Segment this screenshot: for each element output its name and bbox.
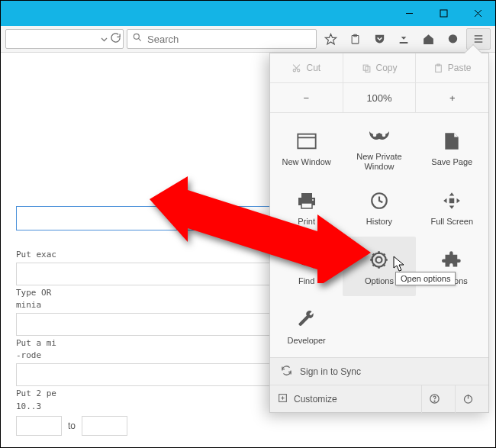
paste-label: Paste: [448, 63, 472, 73]
help-button[interactable]: [421, 385, 447, 413]
svg-point-22: [373, 134, 377, 137]
svg-point-38: [434, 401, 435, 401]
window-minimize-button[interactable]: [392, 1, 427, 26]
svg-marker-6: [325, 34, 336, 44]
page-icon: [443, 128, 460, 154]
content-hint: Type OR: [16, 288, 275, 298]
annotation-arrow: [150, 176, 371, 283]
svg-point-4: [134, 34, 139, 39]
new-private-window-button[interactable]: New Private Window: [343, 118, 415, 177]
customize-button[interactable]: Customize: [278, 393, 414, 405]
reload-icon[interactable]: [110, 32, 121, 47]
paste-button[interactable]: Paste: [415, 53, 488, 82]
browser-toolbar: [1, 26, 495, 53]
tooltip-text: Open options: [401, 274, 450, 283]
content-input-row[interactable]: [16, 313, 275, 336]
mask-icon: [368, 123, 391, 149]
sign-in-sync-button[interactable]: Sign in to Sync: [270, 357, 488, 385]
clock-icon: [369, 188, 389, 214]
svg-rect-29: [449, 198, 455, 203]
cut-label: Cut: [306, 63, 320, 73]
pocket-icon[interactable]: [369, 28, 390, 50]
edit-row: Cut Copy Paste: [270, 53, 488, 83]
sign-in-label: Sign in to Sync: [300, 366, 361, 377]
svg-point-10: [448, 34, 456, 43]
zoom-plus-label: +: [449, 92, 456, 104]
developer-button[interactable]: Developer: [270, 296, 343, 356]
content-hint: 10..3: [16, 402, 275, 411]
menu-footer: Customize: [270, 385, 488, 412]
content-input-row[interactable]: [16, 363, 275, 386]
downloads-icon[interactable]: [393, 28, 414, 50]
addons-button[interactable]: Add-ons: [416, 237, 488, 296]
to-label: to: [68, 421, 76, 431]
home-icon[interactable]: [417, 28, 439, 50]
bookmark-star-icon[interactable]: [320, 28, 341, 50]
wrench-icon: [297, 307, 317, 333]
chat-icon[interactable]: [442, 28, 463, 50]
svg-point-33: [376, 257, 382, 263]
menu-label: Developer: [288, 336, 326, 346]
zoom-minus-label: −: [304, 92, 310, 104]
content-hint: -rode: [16, 351, 275, 360]
copy-button[interactable]: Copy: [343, 53, 416, 82]
svg-rect-9: [400, 42, 408, 44]
zoom-level-label: 100%: [366, 92, 391, 104]
plus-icon: [278, 393, 288, 405]
content-hint: minia: [16, 301, 275, 310]
window-titlebar: [1, 1, 495, 26]
window-close-button[interactable]: [461, 1, 495, 26]
url-bar[interactable]: [5, 29, 124, 49]
menu-label: New Private Window: [356, 152, 401, 171]
svg-marker-41: [150, 176, 371, 283]
zoom-in-button[interactable]: +: [415, 83, 488, 112]
range-from-input[interactable]: [16, 416, 62, 436]
menu-label: Save Page: [431, 157, 472, 167]
search-icon: [132, 32, 143, 46]
zoom-level[interactable]: 100%: [343, 83, 416, 112]
new-window-button[interactable]: New Window: [270, 118, 343, 177]
zoom-out-button[interactable]: −: [270, 83, 343, 112]
svg-point-23: [382, 134, 386, 137]
sync-icon: [281, 365, 292, 379]
menu-label: New Window: [282, 157, 331, 167]
zoom-row: − 100% +: [270, 83, 488, 113]
content-hint: Put a mi: [16, 339, 275, 348]
window-maximize-button[interactable]: [427, 1, 461, 26]
search-input[interactable]: [147, 34, 311, 45]
gear-icon: [369, 247, 389, 273]
tooltip: Open options: [395, 272, 456, 285]
svg-line-5: [138, 38, 140, 40]
copy-label: Copy: [376, 63, 398, 73]
content-hint: Put 2 pe: [16, 389, 275, 398]
window-icon: [296, 128, 317, 154]
puzzle-icon: [442, 247, 462, 273]
range-to-input[interactable]: [82, 416, 127, 436]
mouse-cursor-icon: [393, 256, 406, 272]
cut-button[interactable]: Cut: [270, 53, 343, 82]
quit-button[interactable]: [455, 385, 481, 413]
identity-dropdown-icon[interactable]: [101, 32, 108, 46]
svg-rect-20: [298, 134, 315, 148]
customize-label: Customize: [294, 394, 337, 404]
fullscreen-icon: [442, 188, 462, 214]
menu-label: Full Screen: [430, 217, 473, 227]
fullscreen-button[interactable]: Full Screen: [416, 177, 488, 237]
search-box[interactable]: [127, 29, 317, 49]
svg-rect-1: [440, 10, 447, 17]
reading-list-icon[interactable]: [344, 28, 366, 50]
save-page-button[interactable]: Save Page: [416, 118, 488, 177]
